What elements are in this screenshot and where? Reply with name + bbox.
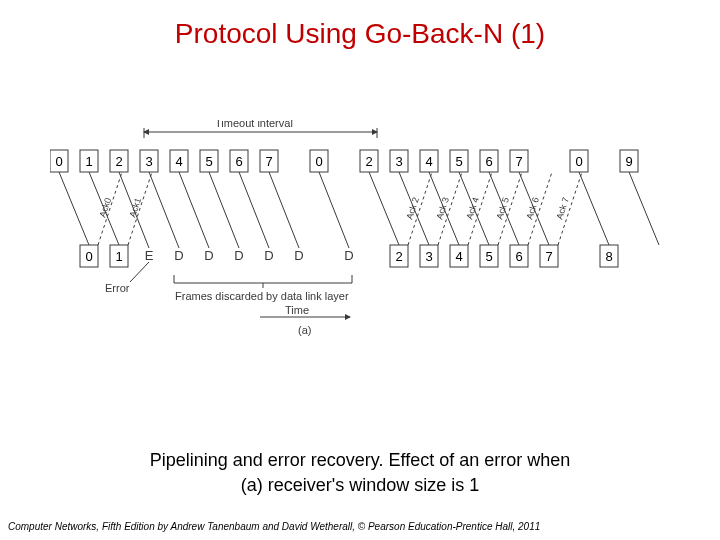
svg-text:3: 3: [145, 154, 152, 169]
svg-text:0: 0: [315, 154, 322, 169]
receiver-row-2: 2 3 4 5 6 7 8: [390, 245, 618, 267]
svg-text:D: D: [294, 248, 303, 263]
svg-text:Ack 5: Ack 5: [494, 196, 510, 221]
svg-line-69: [269, 172, 299, 248]
svg-text:2: 2: [365, 154, 372, 169]
svg-text:3: 3: [395, 154, 402, 169]
ack-lines: [98, 172, 582, 245]
svg-line-68: [239, 172, 269, 248]
svg-text:0: 0: [55, 154, 62, 169]
svg-text:5: 5: [485, 249, 492, 264]
svg-text:D: D: [204, 248, 213, 263]
svg-text:4: 4: [425, 154, 432, 169]
svg-text:D: D: [264, 248, 273, 263]
svg-text:3: 3: [425, 249, 432, 264]
footer-citation: Computer Networks, Fifth Edition by Andr…: [8, 521, 540, 532]
sender-row-3: 0 9: [570, 150, 638, 172]
svg-text:5: 5: [205, 154, 212, 169]
caption: Pipelining and error recovery. Effect of…: [0, 448, 720, 498]
discard-label: Frames discarded by data link layer: [175, 290, 349, 302]
svg-text:D: D: [234, 248, 243, 263]
svg-text:Ack 3: Ack 3: [434, 196, 450, 221]
svg-text:0: 0: [575, 154, 582, 169]
receiver-row-err: E D D D D D D: [145, 248, 354, 263]
sender-row-1: 0 1 2 3 4 5 6 7: [50, 150, 278, 172]
svg-text:4: 4: [455, 249, 462, 264]
svg-text:7: 7: [545, 249, 552, 264]
svg-line-78: [629, 172, 659, 245]
svg-text:2: 2: [395, 249, 402, 264]
error-label: Error: [105, 282, 130, 294]
sender-row-2: 0 2 3 4 5 6 7: [310, 150, 528, 172]
timeout-label: Timeout interval: [215, 120, 293, 129]
svg-text:2: 2: [115, 154, 122, 169]
svg-text:D: D: [174, 248, 183, 263]
svg-line-95: [130, 262, 149, 282]
svg-line-70: [319, 172, 349, 248]
svg-text:D: D: [344, 248, 353, 263]
page-title: Protocol Using Go-Back-N (1): [0, 0, 720, 50]
svg-text:7: 7: [515, 154, 522, 169]
svg-text:6: 6: [235, 154, 242, 169]
ack-labels: Ack0 Ack1 Ack 2 Ack 3 Ack 4 Ack 5 Ack 6 …: [97, 196, 570, 221]
svg-line-66: [179, 172, 209, 248]
svg-text:7: 7: [265, 154, 272, 169]
svg-text:1: 1: [85, 154, 92, 169]
svg-text:9: 9: [625, 154, 632, 169]
svg-text:4: 4: [175, 154, 182, 169]
svg-line-67: [209, 172, 239, 248]
svg-text:Ack 2: Ack 2: [404, 196, 420, 221]
svg-text:E: E: [145, 248, 154, 263]
svg-line-62: [59, 172, 89, 245]
svg-text:1: 1: [115, 249, 122, 264]
svg-text:0: 0: [85, 249, 92, 264]
svg-text:6: 6: [485, 154, 492, 169]
svg-text:Ack 7: Ack 7: [554, 196, 570, 221]
svg-text:6: 6: [515, 249, 522, 264]
svg-text:5: 5: [455, 154, 462, 169]
svg-line-65: [149, 172, 179, 248]
svg-text:8: 8: [605, 249, 612, 264]
svg-text:Ack0: Ack0: [97, 196, 113, 218]
diagram-go-back-n: Timeout interval 0 1 2 3 4 5 6 7 0 2 3 4…: [50, 120, 670, 340]
svg-text:Ack 4: Ack 4: [464, 196, 480, 221]
svg-line-71: [369, 172, 399, 245]
subfig-label: (a): [298, 324, 311, 336]
svg-text:Ack 6: Ack 6: [524, 196, 540, 221]
receiver-row-ok: 0 1: [80, 245, 128, 267]
svg-line-77: [579, 172, 609, 245]
time-label: Time: [285, 304, 309, 316]
